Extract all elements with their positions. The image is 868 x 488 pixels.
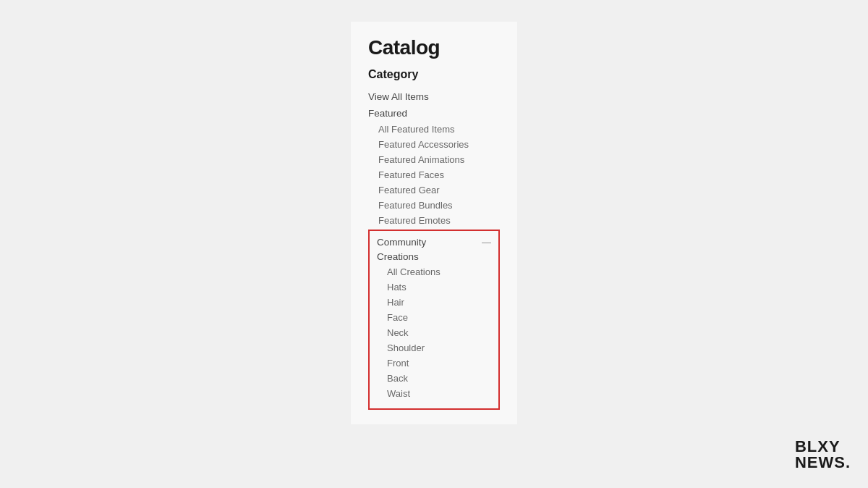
menu-item-shoulder[interactable]: Shoulder <box>377 340 491 356</box>
menu-item-back[interactable]: Back <box>377 371 491 386</box>
menu-list: View All Items Featured All Featured Ite… <box>368 88 500 228</box>
bloxy-text: BLXY <box>795 439 841 455</box>
catalog-panel: Catalog Category View All Items Featured… <box>351 22 517 424</box>
menu-item-featured-emotes[interactable]: Featured Emotes <box>368 213 500 228</box>
community-collapse-icon[interactable]: — <box>482 237 491 248</box>
menu-item-hats[interactable]: Hats <box>377 279 491 295</box>
menu-item-neck[interactable]: Neck <box>377 325 491 340</box>
category-heading: Category <box>368 68 500 81</box>
page-container: Catalog Category View All Items Featured… <box>0 0 868 488</box>
news-text: NEWS. <box>795 455 851 471</box>
creations-list: All Creations Hats Hair Face Neck Should… <box>377 264 491 401</box>
community-section: Community — Creations All Creations Hats… <box>368 230 500 410</box>
menu-item-featured[interactable]: Featured <box>368 105 500 122</box>
community-header: Community — <box>377 237 491 248</box>
menu-item-featured-gear[interactable]: Featured Gear <box>368 182 500 198</box>
menu-item-hair[interactable]: Hair <box>377 295 491 310</box>
menu-item-waist[interactable]: Waist <box>377 386 491 401</box>
menu-item-all-featured[interactable]: All Featured Items <box>368 122 500 137</box>
menu-item-featured-accessories[interactable]: Featured Accessories <box>368 137 500 152</box>
menu-item-all-creations[interactable]: All Creations <box>377 264 491 279</box>
menu-item-view-all[interactable]: View All Items <box>368 88 500 105</box>
catalog-title: Catalog <box>368 36 500 59</box>
community-label[interactable]: Community <box>377 237 426 248</box>
bloxy-news-logo: BLXY NEWS. <box>795 439 851 471</box>
menu-item-featured-animations[interactable]: Featured Animations <box>368 152 500 167</box>
menu-item-front[interactable]: Front <box>377 356 491 371</box>
menu-item-featured-faces[interactable]: Featured Faces <box>368 167 500 182</box>
creations-label[interactable]: Creations <box>377 249 491 264</box>
menu-item-face[interactable]: Face <box>377 310 491 325</box>
menu-item-featured-bundles[interactable]: Featured Bundles <box>368 198 500 213</box>
